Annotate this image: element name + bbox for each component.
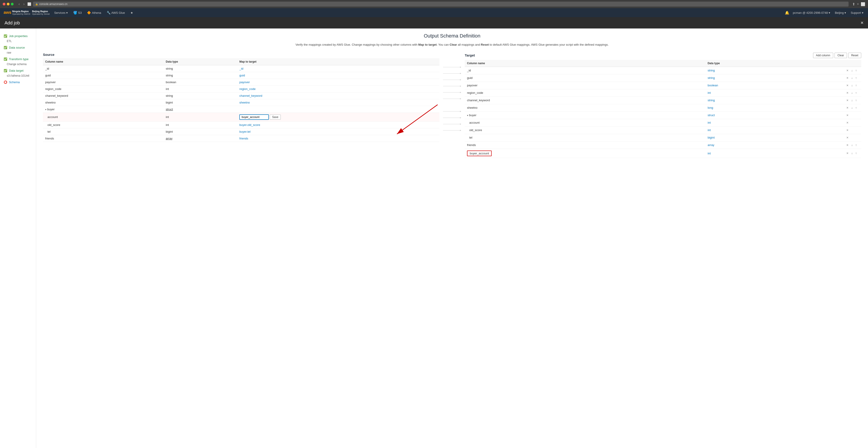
map-link[interactable]: friends — [239, 137, 248, 140]
save-mapping-button[interactable]: Save — [270, 115, 281, 120]
move-down-button[interactable]: ↓ — [850, 68, 854, 72]
move-up-button[interactable]: ↑ — [855, 68, 858, 72]
move-up-button[interactable]: ↑ — [855, 151, 858, 155]
move-down-button[interactable]: ↓ — [850, 98, 854, 102]
col-type: bigint — [163, 99, 237, 106]
col-name: _id — [43, 65, 163, 72]
remove-row-button[interactable]: ✕ — [845, 151, 849, 155]
table-row: region_code int region_code — [43, 86, 439, 92]
tabs-icon[interactable]: ⬜ — [861, 2, 865, 6]
remove-row-button[interactable]: ✕ — [845, 76, 849, 80]
share-icon[interactable]: ⬆ — [852, 2, 855, 6]
support-menu[interactable]: Support ▾ — [850, 11, 864, 14]
remove-row-button[interactable]: ✕ — [845, 106, 849, 110]
map-link[interactable]: payover — [239, 81, 250, 84]
back-button[interactable]: ‹ — [17, 2, 21, 6]
notifications-icon[interactable]: 🔔 — [785, 11, 789, 15]
move-up-button[interactable]: ↑ — [855, 143, 858, 147]
remove-row-button[interactable]: ✕ — [845, 121, 849, 125]
sidebar-toggle[interactable]: ⬜ — [27, 2, 31, 6]
table-row: payover boolean ✕ ↓ ↑ — [465, 82, 861, 89]
remove-row-button[interactable]: ✕ — [845, 91, 849, 95]
reset-button[interactable]: Reset — [848, 53, 861, 58]
map-link[interactable]: buyer.tel — [239, 130, 250, 133]
sidebar-item-transform[interactable]: ✅ Transform type — [0, 56, 36, 62]
map-to-target-bold: Map to target — [418, 43, 437, 46]
move-down-button[interactable]: ↓ — [850, 91, 854, 95]
move-down-button[interactable]: ↓ — [850, 84, 854, 88]
move-down-button[interactable]: ↓ — [850, 76, 854, 80]
remove-row-button[interactable]: ✕ — [845, 113, 849, 117]
map-link[interactable]: buyer.old_score — [239, 123, 260, 127]
map-link[interactable]: channel_keyword — [239, 94, 262, 97]
sidebar-item-job-properties[interactable]: ✅ Job properties — [0, 33, 36, 39]
athena-label: Athena — [92, 11, 101, 14]
collapse-buyer-icon[interactable]: ▾ — [45, 108, 46, 111]
target-col: account — [465, 119, 705, 126]
svg-marker-17 — [460, 117, 461, 119]
services-nav[interactable]: Services ▾ — [53, 11, 69, 14]
move-down-button[interactable]: ↓ — [850, 106, 854, 110]
target-type: bigint — [705, 134, 843, 141]
user-menu[interactable]: pcman @ 4200-2996-0748 ▾ — [792, 11, 831, 14]
source-panel: Source Column name Data type Map to targ… — [43, 53, 439, 158]
col-name: channel_keyword — [43, 92, 163, 99]
col-name: guid — [43, 72, 163, 79]
target-type: struct — [705, 111, 843, 119]
services-label: Services — [54, 11, 66, 14]
athena-nav[interactable]: 🔶 Athena — [86, 11, 102, 14]
sidebar: ✅ Job properties ETL ✅ Data source raw ✅… — [0, 29, 36, 448]
remove-row-button[interactable]: ✕ — [845, 68, 849, 72]
map-link[interactable]: region_code — [239, 87, 256, 91]
map-link[interactable]: sheetno — [239, 101, 250, 104]
services-chevron: ▾ — [66, 11, 68, 14]
col-map: payover — [237, 79, 439, 86]
glue-nav[interactable]: 🔧 AWS Glue — [106, 11, 126, 14]
col-map: buyer.old_score — [237, 121, 439, 128]
maximize-dot[interactable] — [11, 3, 13, 5]
glue-icon: 🔧 — [107, 11, 111, 14]
svg-marker-10 — [460, 66, 461, 68]
minimize-dot[interactable] — [7, 3, 9, 5]
move-down-button[interactable]: ↓ — [850, 151, 854, 155]
add-column-button[interactable]: Add column — [813, 53, 833, 58]
check-icon-source: ✅ — [4, 46, 7, 49]
collapse-buyer-target-icon[interactable]: ▾ — [467, 114, 468, 117]
col-name: payover — [43, 79, 163, 86]
remove-row-button[interactable]: ✕ — [845, 84, 849, 88]
forward-button[interactable]: › — [22, 2, 26, 6]
map-link[interactable]: _id — [239, 67, 243, 70]
move-up-button[interactable]: ↑ — [855, 76, 858, 80]
target-actions: ✕ ↓ ↑ — [843, 89, 861, 97]
s3-nav[interactable]: 🪣 S3 — [72, 11, 83, 14]
move-up-button[interactable]: ↑ — [855, 106, 858, 110]
table-row: ▾buyer struct ✕ — [465, 111, 861, 119]
move-up-button[interactable]: ↑ — [855, 84, 858, 88]
region-menu[interactable]: Beijing ▾ — [834, 11, 847, 14]
sidebar-item-data-target[interactable]: ✅ Data target — [0, 68, 36, 74]
move-up-button[interactable]: ↑ — [855, 98, 858, 102]
clear-button[interactable]: Clear — [835, 53, 847, 58]
map-link[interactable]: guid — [239, 74, 245, 77]
map-to-target-input[interactable] — [239, 115, 269, 120]
address-bar[interactable]: 🔒 console.amazonaws.cn — [33, 2, 848, 6]
target-col: region_code — [465, 89, 705, 97]
move-up-button[interactable]: ↑ — [855, 91, 858, 95]
sidebar-item-data-source[interactable]: ✅ Data source — [0, 44, 36, 51]
remove-row-button[interactable]: ✕ — [845, 136, 849, 140]
close-button[interactable]: × — [861, 20, 864, 26]
col-name: region_code — [43, 86, 163, 92]
remove-row-button[interactable]: ✕ — [845, 128, 849, 132]
sidebar-source-label: Data source — [9, 46, 25, 49]
close-dot[interactable] — [3, 3, 5, 5]
window-controls — [3, 3, 13, 5]
sidebar-item-schema[interactable]: ⭕ Schema — [0, 79, 36, 85]
star-icon: ★ — [130, 11, 133, 14]
remove-row-button[interactable]: ✕ — [845, 98, 849, 102]
remove-row-button[interactable]: ✕ — [845, 143, 849, 147]
add-tab-icon[interactable]: + — [857, 2, 859, 6]
move-down-button[interactable]: ↓ — [850, 143, 854, 147]
target-col: tel — [465, 134, 705, 141]
favorites-nav[interactable]: ★ — [129, 11, 134, 14]
sidebar-target-label: Data target — [9, 69, 24, 72]
